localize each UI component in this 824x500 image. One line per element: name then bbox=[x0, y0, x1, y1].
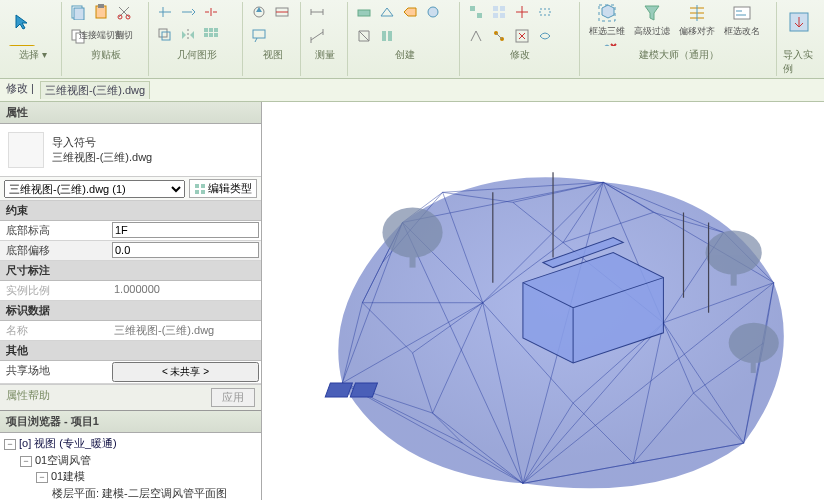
properties-header: 导入符号 三维视图-(三维).dwg bbox=[0, 124, 261, 177]
ribbon-group-clipboard: 连接端切割 剪切 剪贴板 bbox=[64, 2, 148, 76]
align-dim-icon[interactable] bbox=[307, 26, 327, 46]
svg-rect-43 bbox=[201, 190, 205, 194]
import-instance-tool[interactable] bbox=[785, 2, 813, 42]
ribbon-label-import: 导入实例 bbox=[783, 48, 816, 76]
modify-tool-4[interactable] bbox=[535, 2, 555, 22]
frame-3d-tool[interactable]: 框选三维 bbox=[586, 2, 628, 38]
trim-icon[interactable] bbox=[155, 2, 175, 22]
name-value: 三维视图-(三维).dwg bbox=[110, 321, 261, 340]
apply-button[interactable]: 应用 bbox=[211, 388, 255, 407]
svg-rect-38 bbox=[734, 7, 750, 19]
base-level-input[interactable] bbox=[112, 222, 259, 238]
create-tool-5[interactable] bbox=[354, 26, 374, 46]
tree-root[interactable]: −[o] 视图 (专业_暖通) bbox=[4, 435, 257, 452]
properties-help-link[interactable]: 属性帮助 bbox=[6, 388, 50, 407]
paste-icon[interactable] bbox=[91, 2, 111, 22]
svg-rect-30 bbox=[500, 6, 505, 11]
modify-tool[interactable] bbox=[8, 45, 36, 46]
type-selector[interactable]: 三维视图-(三维).dwg (1) bbox=[4, 180, 185, 198]
cut-icon[interactable] bbox=[114, 2, 134, 22]
svg-rect-16 bbox=[214, 33, 218, 37]
modify-tool-8[interactable] bbox=[535, 26, 555, 46]
mirror-icon[interactable] bbox=[178, 25, 198, 45]
offset-icon[interactable] bbox=[155, 25, 175, 45]
svg-rect-31 bbox=[493, 13, 498, 18]
array-icon[interactable] bbox=[201, 25, 221, 45]
ribbon-label-create: 创建 bbox=[395, 48, 415, 62]
ribbon-group-select: 选择 ▾ bbox=[4, 2, 62, 76]
edit-type-button[interactable]: 编辑类型 bbox=[189, 179, 257, 198]
svg-rect-40 bbox=[195, 184, 199, 188]
delete-layer-tool[interactable]: 删除图层 bbox=[586, 41, 628, 46]
create-tool-6[interactable] bbox=[377, 26, 397, 46]
select-arrow-tool[interactable] bbox=[8, 2, 36, 42]
svg-rect-22 bbox=[253, 30, 265, 38]
ribbon-group-geometry: 几何图形 bbox=[151, 2, 244, 76]
modify-tool-5[interactable] bbox=[466, 26, 486, 46]
extend-icon[interactable] bbox=[178, 2, 198, 22]
tree-leaf-1[interactable]: 楼层平面: 建模-二层空调风管平面图 bbox=[4, 485, 257, 501]
3d-viewport[interactable] bbox=[262, 102, 824, 500]
ribbon-group-master: 框选三维 高级过滤 偏移对齐 框选改名 删除图层 建模大师（通用） bbox=[582, 2, 777, 76]
left-panel: 属性 导入符号 三维视图-(三维).dwg 三维视图-(三维).dwg (1) … bbox=[0, 102, 262, 500]
base-offset-input[interactable] bbox=[112, 242, 259, 258]
modify-tool-7[interactable] bbox=[512, 26, 532, 46]
elevation-icon[interactable] bbox=[249, 2, 269, 22]
ribbon-label-clipboard: 剪贴板 bbox=[91, 48, 121, 62]
svg-rect-45 bbox=[410, 248, 416, 268]
split-icon[interactable] bbox=[201, 2, 221, 22]
svg-point-24 bbox=[428, 7, 438, 17]
ribbon-label-view: 视图 bbox=[263, 48, 283, 62]
callout-icon[interactable] bbox=[249, 26, 269, 46]
prop-header-line1: 导入符号 bbox=[52, 135, 152, 150]
svg-rect-42 bbox=[195, 190, 199, 194]
ribbon-group-create: 创建 bbox=[350, 2, 459, 76]
svg-rect-33 bbox=[540, 9, 550, 15]
cut-text[interactable]: 剪切 bbox=[114, 26, 134, 46]
svg-rect-25 bbox=[382, 31, 386, 41]
svg-point-48 bbox=[729, 323, 779, 363]
shared-site-button[interactable]: < 未共享 > bbox=[112, 362, 259, 382]
ribbon-group-measure: 测量 bbox=[303, 2, 348, 76]
svg-rect-4 bbox=[98, 4, 104, 8]
create-tool-4[interactable] bbox=[423, 2, 443, 22]
create-tool-3[interactable] bbox=[400, 2, 420, 22]
create-tool-1[interactable] bbox=[354, 2, 374, 22]
cat-ident: 标识数据 bbox=[0, 301, 261, 321]
cat-dim: 尺寸标注 bbox=[0, 261, 261, 281]
offset-align-tool[interactable]: 偏移对齐 bbox=[676, 2, 718, 38]
edit-type-icon bbox=[194, 183, 206, 195]
ribbon-group-modify: 修改 bbox=[462, 2, 580, 76]
ribbon-label-geometry: 几何图形 bbox=[177, 48, 217, 62]
svg-rect-32 bbox=[500, 13, 505, 18]
context-prefix: 修改 | bbox=[6, 81, 34, 99]
tree-node-01[interactable]: −01空调风管 bbox=[4, 452, 257, 469]
modify-tool-2[interactable] bbox=[489, 2, 509, 22]
section-icon[interactable] bbox=[272, 2, 292, 22]
shared-site-label: 共享场地 bbox=[0, 361, 110, 383]
modify-tool-3[interactable] bbox=[512, 2, 532, 22]
svg-rect-9 bbox=[159, 29, 167, 37]
project-tree[interactable]: −[o] 视图 (专业_暖通) −01空调风管 −01建模 楼层平面: 建模-二… bbox=[0, 433, 261, 500]
modify-tool-1[interactable] bbox=[466, 2, 486, 22]
dimension-icon[interactable] bbox=[307, 2, 327, 22]
adv-filter-tool[interactable]: 高级过滤 bbox=[631, 2, 673, 38]
tree-node-01a[interactable]: −01建模 bbox=[4, 468, 257, 485]
ribbon-label-master: 建模大师（通用） bbox=[639, 48, 719, 62]
svg-rect-47 bbox=[731, 268, 737, 286]
link-cad-icon[interactable] bbox=[68, 2, 88, 22]
ribbon-label-modify: 修改 bbox=[510, 48, 530, 62]
create-tool-2[interactable] bbox=[377, 2, 397, 22]
link-manage-text[interactable]: 连接端切割 bbox=[91, 26, 111, 46]
ribbon-group-view: 视图 bbox=[245, 2, 301, 76]
svg-rect-29 bbox=[493, 6, 498, 11]
ribbon-label-select: 选择 ▾ bbox=[19, 48, 47, 62]
prop-header-line2: 三维视图-(三维).dwg bbox=[52, 150, 152, 165]
svg-rect-51 bbox=[350, 383, 377, 397]
properties-title: 属性 bbox=[0, 102, 261, 124]
svg-rect-27 bbox=[470, 6, 475, 11]
modify-tool-6[interactable] bbox=[489, 26, 509, 46]
svg-rect-11 bbox=[204, 28, 208, 32]
context-tab[interactable]: 三维视图-(三维).dwg bbox=[40, 81, 150, 99]
frame-rename-tool[interactable]: 框选改名 bbox=[721, 2, 763, 38]
